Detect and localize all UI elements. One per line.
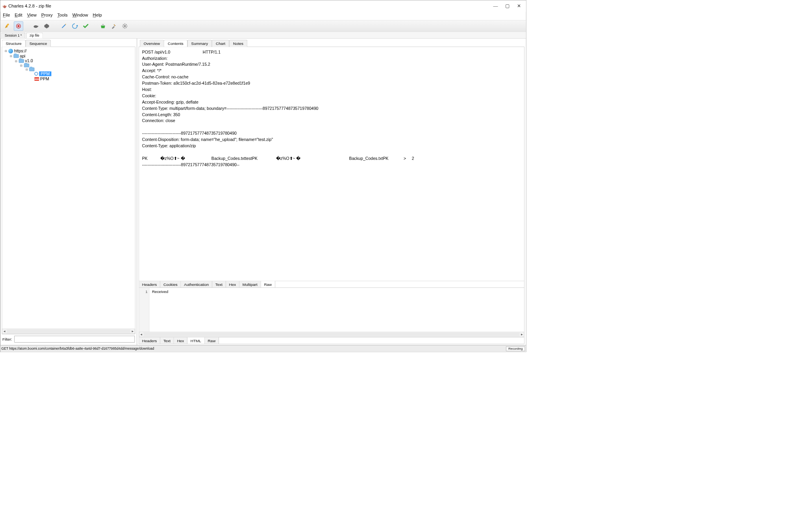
tree-leaf-ppm-selected[interactable]: PPM: [30, 71, 134, 76]
toolbar: [0, 20, 526, 32]
broom-icon[interactable]: [3, 21, 12, 31]
close-button[interactable]: ✕: [517, 3, 521, 9]
record-button[interactable]: [14, 21, 23, 31]
req-tab-raw[interactable]: Raw: [261, 281, 275, 288]
tree-label-https: https://: [14, 49, 27, 54]
titlebar: 🫖 Charles 4.2.8 - zip file — ▢ ✕: [0, 0, 526, 12]
request-icon: [34, 72, 38, 76]
statusbar: GET https://atom.boomi.com/container/b6a…: [0, 345, 526, 352]
tree-node-api[interactable]: ⊟api ⊟v1.0 ⊟: [9, 54, 134, 83]
session-tabs: Session 1 * zip file: [0, 32, 526, 39]
basket-icon[interactable]: [98, 21, 108, 31]
session-tab-zipfile[interactable]: zip file: [26, 33, 43, 39]
response-view-tabs: Headers Text Hex HTML Raw: [139, 337, 524, 344]
validate-icon[interactable]: [81, 21, 91, 31]
tab-sequence[interactable]: Sequence: [26, 40, 51, 47]
response-line-num: 1: [145, 289, 148, 294]
tab-structure[interactable]: Structure: [2, 40, 26, 47]
tab-contents[interactable]: Contents: [164, 40, 187, 47]
req-tab-cookies[interactable]: Cookies: [160, 281, 181, 288]
svg-point-1: [17, 25, 19, 27]
window-controls: — ▢ ✕: [493, 3, 521, 9]
filter-row: Filter:: [2, 334, 135, 344]
recording-indicator[interactable]: Recording: [506, 346, 525, 351]
response-body: Received: [149, 288, 524, 332]
tab-notes[interactable]: Notes: [229, 40, 247, 47]
request-view-tabs: Headers Cookies Authentication Text Hex …: [139, 281, 524, 287]
req-tab-hex[interactable]: Hex: [226, 281, 239, 288]
main-split: Structure Sequence ⊟https:// ⊟api: [0, 39, 526, 345]
session-tab-1[interactable]: Session 1 *: [1, 33, 25, 39]
tools-icon[interactable]: [109, 21, 119, 31]
tree-node-folder2[interactable]: ⊟ PPM PPM: [25, 67, 134, 82]
tree-label-api: api: [20, 54, 25, 58]
response-line-gutter: 1: [139, 288, 149, 332]
req-tab-headers[interactable]: Headers: [139, 281, 160, 288]
filter-input[interactable]: [14, 336, 135, 343]
tab-summary[interactable]: Summary: [187, 40, 212, 47]
folder-icon: [19, 59, 24, 63]
breakpoints-icon[interactable]: [42, 21, 52, 31]
menu-help[interactable]: Help: [93, 13, 102, 18]
tab-overview[interactable]: Overview: [140, 40, 164, 47]
response-icon: [34, 77, 39, 81]
folder-icon: [24, 64, 29, 67]
structure-tree[interactable]: ⊟https:// ⊟api ⊟v1.0: [2, 47, 135, 329]
tree-label-ppm-selected: PPM: [39, 71, 51, 76]
tree-node-root[interactable]: ⊟https:// ⊟api ⊟v1.0: [4, 48, 134, 83]
response-hscroll[interactable]: ◄►: [139, 332, 524, 337]
menu-file[interactable]: File: [3, 13, 10, 18]
response-view[interactable]: 1 Received: [139, 287, 524, 332]
resp-tab-text[interactable]: Text: [160, 337, 174, 344]
menu-edit[interactable]: Edit: [15, 13, 22, 18]
tree-hscroll[interactable]: ◄►: [2, 329, 135, 334]
right-pane: Overview Contents Summary Chart Notes PO…: [137, 39, 526, 345]
svg-point-2: [33, 25, 38, 28]
resp-tab-headers[interactable]: Headers: [139, 337, 160, 344]
resp-tab-hex[interactable]: Hex: [174, 337, 187, 344]
maximize-button[interactable]: ▢: [505, 3, 510, 9]
pencil-icon[interactable]: [59, 21, 69, 31]
structure-sequence-tabs: Structure Sequence: [2, 40, 135, 47]
request-raw-view[interactable]: POST /api/v1.0 HTTP/1.1 Authorization: U…: [139, 47, 524, 281]
resp-tab-raw[interactable]: Raw: [205, 337, 219, 344]
svg-line-11: [126, 27, 127, 28]
svg-point-3: [37, 26, 39, 27]
svg-line-10: [123, 24, 124, 25]
svg-line-12: [123, 27, 124, 28]
response-text: Received: [152, 289, 168, 294]
tree-label-ppm2: PPM: [40, 77, 49, 82]
svg-line-13: [126, 24, 127, 25]
tree-node-folder[interactable]: ⊟ ⊟ PPM PPM: [20, 63, 134, 82]
minimize-button[interactable]: —: [493, 3, 498, 9]
resp-tab-html[interactable]: HTML: [187, 337, 205, 344]
tree-leaf-ppm2[interactable]: PPM: [30, 76, 134, 82]
menu-tools[interactable]: Tools: [57, 13, 67, 18]
req-tab-authentication[interactable]: Authentication: [181, 281, 212, 288]
globe-icon: [8, 49, 13, 54]
menubar: File Edit View Proxy Tools Window Help: [0, 12, 526, 20]
settings-gear-icon[interactable]: [120, 21, 130, 31]
status-text: GET https://atom.boomi.com/container/b6a…: [1, 347, 154, 350]
folder-icon: [13, 54, 19, 58]
folder-icon: [29, 67, 34, 71]
req-tab-multipart[interactable]: Multipart: [239, 281, 261, 288]
svg-point-5: [124, 25, 126, 27]
window: 🫖 Charles 4.2.8 - zip file — ▢ ✕ File Ed…: [0, 0, 526, 352]
menu-proxy[interactable]: Proxy: [41, 13, 53, 18]
app-icon: 🫖: [2, 4, 7, 8]
left-pane: Structure Sequence ⊟https:// ⊟api: [0, 39, 137, 345]
req-tab-text[interactable]: Text: [212, 281, 226, 288]
turtle-slow-icon[interactable]: [31, 21, 41, 31]
filter-label: Filter:: [2, 337, 12, 341]
window-title: Charles 4.2.8 - zip file: [8, 4, 493, 9]
repeat-icon[interactable]: [70, 21, 80, 31]
menu-view[interactable]: View: [27, 13, 37, 18]
detail-tabs: Overview Contents Summary Chart Notes: [140, 40, 524, 47]
menu-window[interactable]: Window: [72, 13, 88, 18]
tab-chart[interactable]: Chart: [212, 40, 229, 47]
tree-node-v10[interactable]: ⊟v1.0 ⊟ ⊟: [15, 58, 134, 82]
svg-marker-4: [44, 24, 49, 28]
